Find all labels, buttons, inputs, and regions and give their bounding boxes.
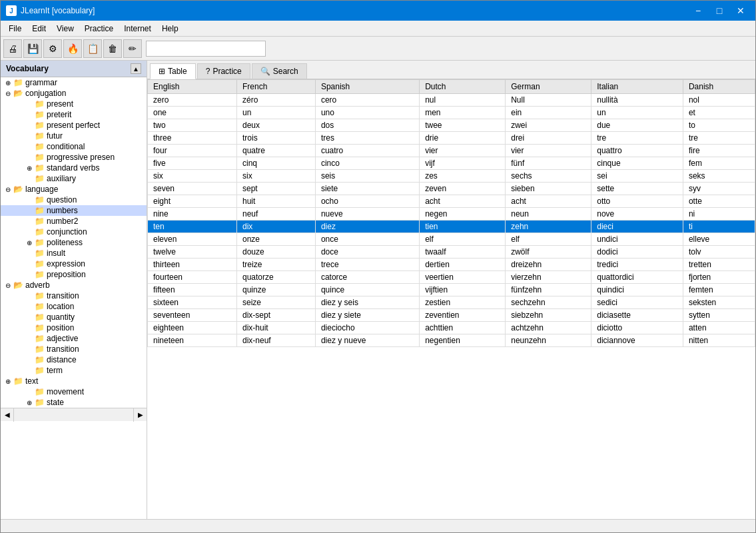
folder-icon: 📁 bbox=[34, 99, 45, 109]
sidebar-item-insult[interactable]: 📁 insult bbox=[1, 248, 147, 259]
sidebar-item-numbers[interactable]: 📁 numbers bbox=[1, 205, 147, 216]
table-row[interactable]: nineteendix-neufdiez y nuevenegentienneu… bbox=[148, 334, 755, 347]
sidebar-nav-right-button[interactable]: ▶ bbox=[133, 408, 147, 422]
sidebar-item-conjugation[interactable]: ⊖ 📂 conjugation bbox=[1, 88, 147, 99]
col-french: French bbox=[237, 80, 316, 94]
sidebar-item-preposition[interactable]: 📁 preposition bbox=[1, 269, 147, 280]
toolbar-edit-button[interactable]: ✏ bbox=[123, 39, 142, 58]
sidebar-scroll-up-button[interactable]: ▲ bbox=[131, 63, 141, 74]
table-row[interactable]: nineneufnuevenegenneunnoveni bbox=[148, 208, 755, 221]
sidebar-item-location[interactable]: 📁 location bbox=[1, 301, 147, 312]
expand-politeness-icon: ⊕ bbox=[25, 238, 34, 247]
sidebar-label-politeness: politeness bbox=[47, 238, 83, 247]
sidebar-nav-left-button[interactable]: ◀ bbox=[1, 408, 14, 422]
table-row[interactable]: elevenonzeonceelfelfundicielleve bbox=[148, 233, 755, 246]
toolbar-copy-button[interactable]: 📋 bbox=[83, 39, 102, 58]
sidebar-item-term[interactable]: 📁 term bbox=[1, 365, 147, 376]
table-row[interactable]: oneununomeneinunet bbox=[148, 107, 755, 119]
table-row[interactable]: eighteendix-huitdieciochoachttienachtzeh… bbox=[148, 322, 755, 334]
sidebar-item-grammar[interactable]: ⊕ 📁 grammar bbox=[1, 77, 147, 88]
menu-view[interactable]: View bbox=[51, 23, 79, 35]
sidebar-item-present-perfect[interactable]: 📁 present perfect bbox=[1, 120, 147, 131]
sidebar-item-expression[interactable]: 📁 expression bbox=[1, 259, 147, 269]
table-row[interactable]: fourquatrecuatroviervierquattrofire bbox=[148, 145, 755, 157]
table-cell: nineteen bbox=[148, 334, 237, 347]
sidebar-item-progressive[interactable]: 📁 progressive presen bbox=[1, 152, 147, 163]
minimize-button[interactable]: − bbox=[689, 4, 707, 17]
table-row[interactable]: twelvedouzedocetwaalfzwölfdodicitolv bbox=[148, 246, 755, 259]
table-cell: zwei bbox=[506, 119, 591, 132]
col-spanish: Spanish bbox=[315, 80, 419, 94]
tab-table[interactable]: ⊞ Table bbox=[150, 63, 196, 79]
sidebar-item-position[interactable]: 📁 position bbox=[1, 322, 147, 333]
maximize-button[interactable]: □ bbox=[710, 4, 729, 17]
sidebar-item-present[interactable]: 📁 present bbox=[1, 99, 147, 109]
sidebar-item-number2[interactable]: 📁 number2 bbox=[1, 216, 147, 227]
spacer-icon bbox=[25, 291, 34, 300]
table-row[interactable]: fifteenquinzequincevijftienfünfzehnquind… bbox=[148, 284, 755, 296]
close-button[interactable]: ✕ bbox=[731, 4, 750, 17]
sidebar-item-movement[interactable]: 📁 movement bbox=[1, 386, 147, 397]
table-row[interactable]: sevenseptsietezevensiebensettesyv bbox=[148, 183, 755, 195]
sidebar-item-conditional[interactable]: 📁 conditional bbox=[1, 141, 147, 152]
menu-edit[interactable]: Edit bbox=[27, 23, 51, 35]
toolbar-settings-button[interactable]: ⚙ bbox=[43, 39, 62, 58]
toolbar-fire-button[interactable]: 🔥 bbox=[63, 39, 82, 58]
table-cell: sechs bbox=[506, 170, 591, 183]
toolbar-save-button[interactable]: 💾 bbox=[23, 39, 42, 58]
table-cell: negentien bbox=[420, 334, 506, 347]
sidebar-item-adverb[interactable]: ⊖ 📂 adverb bbox=[1, 280, 147, 290]
table-row[interactable]: eighthuitochoachtachtottootte bbox=[148, 195, 755, 208]
sidebar-item-transition2[interactable]: 📁 transition bbox=[1, 344, 147, 354]
sidebar-item-standard-verbs[interactable]: ⊕ 📁 standard verbs bbox=[1, 163, 147, 173]
menu-help[interactable]: Help bbox=[157, 23, 184, 35]
sidebar-item-distance[interactable]: 📁 distance bbox=[1, 354, 147, 365]
sidebar-item-quantity[interactable]: 📁 quantity bbox=[1, 312, 147, 322]
sidebar-item-auxiliary[interactable]: 📁 auxiliary bbox=[1, 173, 147, 184]
menu-internet[interactable]: Internet bbox=[119, 23, 157, 35]
sidebar-item-question[interactable]: 📁 question bbox=[1, 195, 147, 205]
table-cell: siete bbox=[315, 183, 419, 195]
table-row[interactable]: fivecinqcincovijffünfcinquefem bbox=[148, 157, 755, 170]
tab-practice[interactable]: ? Practice bbox=[197, 63, 250, 79]
menu-practice[interactable]: Practice bbox=[79, 23, 119, 35]
practice-tab-label: Practice bbox=[212, 67, 241, 76]
sidebar-item-conjunction[interactable]: 📁 conjunction bbox=[1, 227, 147, 237]
table-cell: achttien bbox=[420, 322, 506, 334]
sidebar-label-auxiliary: auxiliary bbox=[47, 174, 76, 183]
table-cell: elf bbox=[506, 233, 591, 246]
table-cell: sechzehn bbox=[506, 296, 591, 309]
table-row[interactable]: zerozéroceronulNullnullitànol bbox=[148, 94, 755, 107]
spacer-icon bbox=[25, 387, 34, 396]
tab-search[interactable]: 🔍 Search bbox=[252, 63, 307, 79]
folder-icon: 📁 bbox=[34, 387, 45, 396]
sidebar-item-text[interactable]: ⊕ 📁 text bbox=[1, 376, 147, 386]
sidebar-item-futur[interactable]: 📁 futur bbox=[1, 131, 147, 141]
table-row[interactable]: twodeuxdostweezweidueto bbox=[148, 119, 755, 132]
sidebar-item-transition[interactable]: 📁 transition bbox=[1, 290, 147, 301]
toolbar-delete-button[interactable]: 🗑 bbox=[103, 39, 122, 58]
table-cell: drie bbox=[420, 132, 506, 145]
sidebar-item-language[interactable]: ⊖ 📂 language bbox=[1, 184, 147, 195]
table-row[interactable]: fourteenquatorzecatorceveertienvierzehnq… bbox=[148, 271, 755, 284]
folder-icon: 📁 bbox=[34, 270, 45, 279]
sidebar-item-adjective[interactable]: 📁 adjective bbox=[1, 333, 147, 344]
table-row[interactable]: tendixdieztienzehndieciti bbox=[148, 221, 755, 233]
sidebar-item-preterit[interactable]: 📁 preterit bbox=[1, 109, 147, 120]
toolbar-print-button[interactable]: 🖨 bbox=[3, 39, 22, 58]
menu-file[interactable]: File bbox=[3, 23, 27, 35]
spacer-icon bbox=[25, 121, 34, 130]
table-row[interactable]: sixteenseizediez y seiszestiensechzehnse… bbox=[148, 296, 755, 309]
sidebar-label-adjective: adjective bbox=[47, 334, 78, 343]
table-row[interactable]: thirteentreizetrecedertiendreizehntredic… bbox=[148, 259, 755, 271]
table-cell: tien bbox=[420, 221, 506, 233]
sidebar-item-politeness[interactable]: ⊕ 📁 politeness bbox=[1, 237, 147, 248]
sidebar-item-state[interactable]: ⊕ 📁 state bbox=[1, 397, 147, 408]
table-cell: dix bbox=[237, 221, 316, 233]
table-row[interactable]: seventeendix-septdiez y sietezeventiensi… bbox=[148, 309, 755, 322]
table-cell: dix-neuf bbox=[237, 334, 316, 347]
toolbar-search-input[interactable] bbox=[146, 41, 266, 57]
table-row[interactable]: threetroistresdriedreitretre bbox=[148, 132, 755, 145]
table-cell: diciasette bbox=[591, 309, 683, 322]
table-row[interactable]: sixsixseiszessechsseiseks bbox=[148, 170, 755, 183]
